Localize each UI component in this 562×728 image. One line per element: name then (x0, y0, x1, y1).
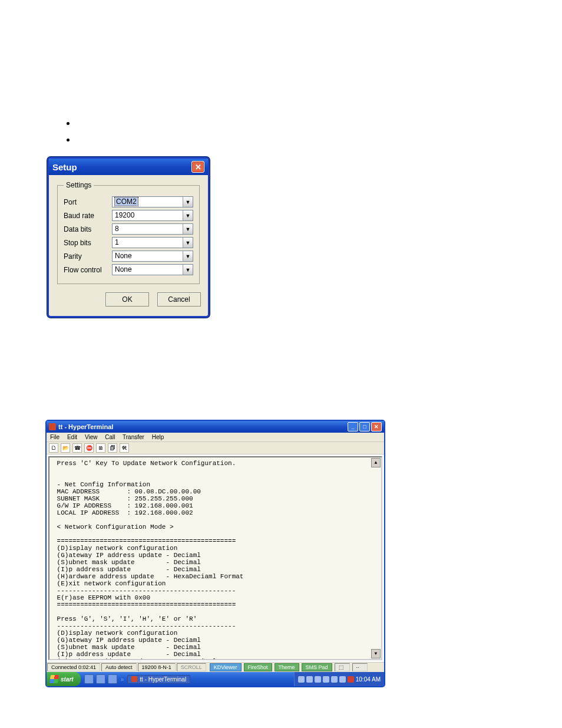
flow-value: None (115, 265, 132, 274)
chevron-down-icon[interactable]: ▼ (183, 265, 193, 275)
windows-logo-icon (49, 675, 59, 683)
scroll-down-icon[interactable]: ▼ (371, 649, 381, 658)
hyperterminal-icon (131, 676, 137, 682)
parity-combo[interactable]: None ▼ (112, 251, 193, 262)
status-scroll: SCROLL (177, 663, 206, 671)
port-value: COM2 (115, 197, 138, 206)
quicklaunch-sep: » (120, 676, 125, 683)
statusbar-app-b[interactable]: FireShot (244, 663, 272, 671)
baud-label: Baud rate (64, 212, 112, 220)
connect-icon[interactable]: ☎ (72, 443, 82, 453)
properties-icon[interactable]: 🛠 (120, 443, 129, 453)
terminal-output[interactable]: Press 'C' Key To Update Network Configur… (48, 456, 382, 660)
tray-icon[interactable] (306, 676, 313, 683)
menu-help[interactable]: Help (152, 434, 164, 440)
menu-call[interactable]: Call (105, 434, 115, 440)
send-icon[interactable]: 🗎 (96, 443, 105, 453)
quicklaunch-icon[interactable] (96, 674, 105, 684)
settings-legend: Settings (64, 181, 94, 189)
port-combo[interactable]: COM2 ▼ (112, 196, 193, 207)
status-detect: Auto detect (101, 663, 137, 671)
new-icon[interactable]: 🗋 (49, 443, 58, 453)
start-label: start (61, 676, 74, 683)
start-button[interactable]: start (47, 672, 81, 686)
scroll-up-icon[interactable]: ▲ (371, 458, 381, 467)
statusbar-extra-icon[interactable]: ⬚ (335, 663, 350, 671)
close-icon[interactable]: ✕ (191, 161, 204, 173)
settings-fieldset: Settings Port COM2 ▼ Baud rate 19200 ▼ (57, 181, 200, 284)
tray-icon[interactable] (339, 676, 346, 683)
ht-titlebar[interactable]: tt - HyperTerminal _ □ ✕ (47, 421, 384, 433)
ht-toolbar: 🗋 📂 ☎ ⛔ 🗎 🗐 🛠 (47, 442, 384, 454)
cancel-button[interactable]: Cancel (157, 292, 201, 307)
flow-combo[interactable]: None ▼ (112, 264, 193, 275)
status-mode: 19200 8-N-1 (138, 663, 176, 671)
menu-transfer[interactable]: Transfer (123, 434, 144, 440)
tray-icon[interactable] (298, 676, 305, 683)
statusbar-app-a[interactable]: KDViewer (210, 663, 242, 671)
chevron-down-icon[interactable]: ▼ (183, 210, 193, 220)
stopbits-value: 1 (115, 238, 119, 246)
baud-combo[interactable]: 19200 ▼ (112, 210, 193, 221)
ht-statusbar: Connected 0:02:41 Auto detect 19200 8-N-… (47, 662, 384, 672)
tray-clock[interactable]: 10:04 AM (356, 676, 381, 683)
taskbar: start » tt - HyperTerminal (47, 672, 384, 686)
quicklaunch-icon[interactable] (84, 674, 94, 684)
tray-icon[interactable] (348, 676, 354, 683)
parity-label: Parity (64, 252, 112, 261)
receive-icon[interactable]: 🗐 (108, 443, 117, 453)
stopbits-label: Stop bits (64, 239, 112, 247)
tray-icon[interactable] (331, 676, 338, 683)
menu-edit[interactable]: Edit (67, 434, 77, 440)
disconnect-icon[interactable]: ⛔ (84, 443, 94, 453)
hyperterminal-icon (49, 423, 56, 430)
setup-titlebar[interactable]: Setup ✕ (49, 159, 208, 175)
chevron-down-icon[interactable]: ▼ (183, 238, 193, 248)
minimize-icon[interactable]: _ (348, 422, 358, 431)
flow-label: Flow control (64, 266, 112, 274)
close-icon[interactable]: ✕ (371, 422, 382, 431)
menu-view[interactable]: View (85, 434, 98, 440)
statusbar-app-c[interactable]: Theme (275, 663, 299, 671)
tray-icon[interactable] (323, 676, 329, 683)
databits-label: Data bits (64, 225, 112, 233)
setup-title-text: Setup (52, 162, 77, 172)
tray-icon[interactable] (315, 676, 321, 683)
databits-combo[interactable]: 8 ▼ (112, 223, 193, 235)
ht-menubar: File Edit View Call Transfer Help (47, 433, 384, 442)
system-tray: 10:04 AM (294, 672, 384, 686)
stopbits-combo[interactable]: 1 ▼ (112, 237, 193, 248)
taskbar-task[interactable]: tt - HyperTerminal (127, 675, 190, 684)
maximize-icon[interactable]: □ (359, 422, 370, 431)
ht-title-text: tt - HyperTerminal (58, 423, 113, 430)
setup-dialog: Setup ✕ Settings Port COM2 ▼ Baud rate 1… (47, 157, 210, 318)
chevron-down-icon[interactable]: ▼ (183, 197, 193, 207)
menu-file[interactable]: File (50, 434, 59, 440)
open-icon[interactable]: 📂 (61, 443, 70, 453)
statusbar-app-d[interactable]: SMS Pad (302, 663, 332, 671)
taskbar-task-label: tt - HyperTerminal (140, 676, 186, 683)
hyperterminal-window: tt - HyperTerminal _ □ ✕ File Edit View … (45, 420, 385, 687)
ok-button[interactable]: OK (105, 292, 149, 307)
parity-value: None (115, 252, 132, 260)
chevron-down-icon[interactable]: ▼ (183, 251, 193, 261)
port-label: Port (64, 198, 112, 206)
baud-value: 19200 (115, 211, 134, 219)
statusbar-extra-icon[interactable]: ·· (352, 663, 368, 671)
chevron-down-icon[interactable]: ▼ (183, 224, 193, 234)
quicklaunch-icon[interactable] (108, 674, 117, 684)
status-connected: Connected 0:02:41 (47, 663, 100, 671)
databits-value: 8 (115, 225, 119, 233)
